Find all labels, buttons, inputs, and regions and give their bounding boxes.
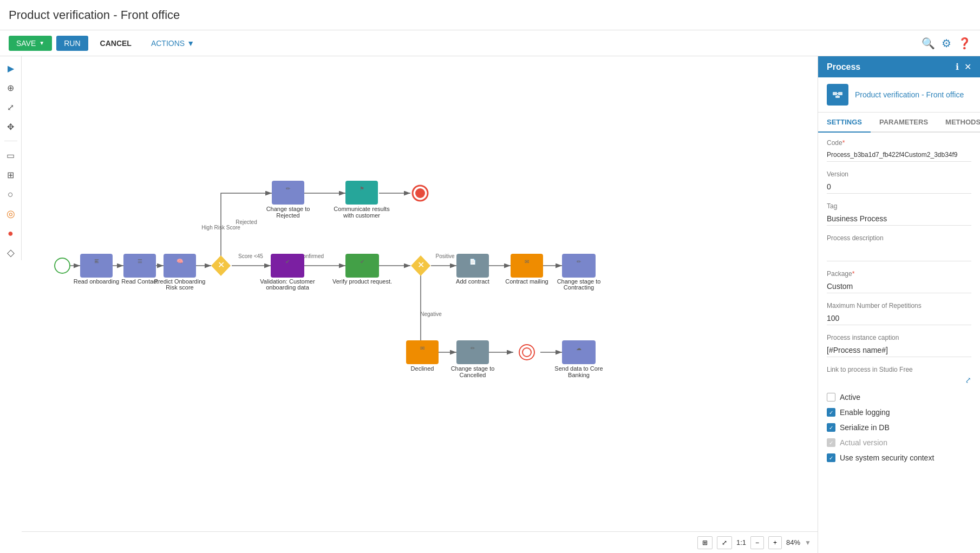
canvas-area: ▶ ⊕ ⤢ ✥ ▭ ⊞ ○ ◎ ● ◇ bbox=[0, 56, 818, 553]
svg-text:Read Contact: Read Contact bbox=[121, 278, 158, 285]
diamond-tool[interactable]: ◇ bbox=[3, 245, 18, 260]
svg-text:✏: ✏ bbox=[577, 259, 582, 265]
svg-text:📄: 📄 bbox=[469, 258, 476, 265]
select-tool[interactable]: ▶ bbox=[3, 61, 18, 76]
max-rep-label: Maximum Number of Repetitions bbox=[827, 302, 971, 310]
field-max-rep: Maximum Number of Repetitions 100 bbox=[827, 302, 971, 325]
svg-point-16 bbox=[415, 188, 425, 198]
checkbox-active: Active bbox=[827, 393, 971, 401]
svg-text:✏: ✏ bbox=[471, 345, 475, 351]
panel-header-icons: ℹ ✕ bbox=[956, 62, 971, 72]
svg-text:Read onboarding: Read onboarding bbox=[74, 278, 119, 285]
description-value[interactable] bbox=[827, 244, 971, 261]
label-positive: Positive bbox=[435, 253, 454, 259]
link-label: Link to process in Studio Free bbox=[827, 366, 971, 373]
zoom-out-button[interactable]: − bbox=[750, 536, 764, 549]
circle-orange-tool[interactable]: ◎ bbox=[3, 206, 18, 221]
circle-red-tool[interactable]: ● bbox=[3, 226, 18, 241]
svg-text:🧠: 🧠 bbox=[177, 258, 184, 265]
svg-text:Cancelled: Cancelled bbox=[460, 372, 486, 378]
circle-tool[interactable]: ○ bbox=[3, 187, 18, 202]
fit-view-button[interactable]: ⤢ bbox=[717, 536, 732, 549]
panel-settings-content: Code* Process_b3ba1d7_fb422f4Custom2_3db… bbox=[818, 133, 980, 553]
checkbox-active-input[interactable] bbox=[827, 393, 835, 401]
checkbox-actual-version-label: Actual version bbox=[840, 438, 887, 447]
node-send-core[interactable] bbox=[562, 340, 596, 364]
tab-parameters[interactable]: PARAMETERS bbox=[871, 113, 937, 133]
svg-text:✔: ✔ bbox=[360, 259, 364, 265]
tab-methods[interactable]: METHODS bbox=[937, 113, 980, 133]
tag-value: Business Process bbox=[827, 212, 971, 226]
checkbox-actual-version-input[interactable]: ✓ bbox=[827, 438, 835, 447]
svg-text:Add contract: Add contract bbox=[456, 278, 489, 285]
svg-text:⚑: ⚑ bbox=[360, 186, 364, 192]
checkbox-actual-version: ✓ Actual version bbox=[827, 438, 971, 447]
main-layout: ▶ ⊕ ⤢ ✥ ▭ ⊞ ○ ◎ ● ◇ bbox=[0, 56, 980, 553]
right-panel: Process ℹ ✕ Product verification - Front… bbox=[818, 56, 980, 553]
node-contract-mailing[interactable] bbox=[511, 254, 543, 278]
checkbox-serialize-input[interactable]: ✓ bbox=[827, 423, 835, 432]
version-label: Version bbox=[827, 170, 971, 178]
zoom-dropdown[interactable]: ▼ bbox=[805, 539, 811, 547]
help-icon[interactable]: ❓ bbox=[958, 37, 971, 50]
node-verify[interactable] bbox=[345, 254, 379, 278]
svg-text:Send data to Core: Send data to Core bbox=[554, 365, 603, 372]
svg-text:✕: ✕ bbox=[218, 260, 225, 269]
group-tool[interactable]: ⊞ bbox=[3, 167, 18, 182]
node-predict-risk[interactable] bbox=[164, 254, 196, 278]
flow-svg: High Risk Score Score <45 Confirmed Reje… bbox=[22, 56, 617, 435]
svg-text:☰: ☰ bbox=[138, 258, 142, 264]
node-read-onboarding[interactable] bbox=[80, 254, 113, 278]
search-icon[interactable]: 🔍 bbox=[922, 37, 935, 50]
run-button[interactable]: RUN bbox=[56, 36, 88, 51]
field-tag: Tag Business Process bbox=[827, 202, 971, 226]
zoom-percent: 84% bbox=[786, 538, 800, 547]
move-tool[interactable]: ⊕ bbox=[3, 80, 18, 95]
svg-text:Risk score: Risk score bbox=[166, 284, 193, 291]
code-label: Code* bbox=[827, 139, 971, 147]
checkbox-logging-input[interactable]: ✓ bbox=[827, 408, 835, 417]
bottom-bar: ⊞ ⤢ 1:1 − + 84% ▼ bbox=[22, 531, 818, 553]
node-validation[interactable] bbox=[271, 254, 304, 278]
external-link-icon[interactable]: ⤤ bbox=[965, 376, 971, 384]
cancel-button[interactable]: CANCEL bbox=[93, 36, 139, 51]
field-package: Package* Custom bbox=[827, 270, 971, 293]
flow-canvas[interactable]: High Risk Score Score <45 Confirmed Reje… bbox=[22, 56, 818, 531]
info-icon[interactable]: ℹ bbox=[956, 62, 959, 72]
svg-text:Communicate results: Communicate results bbox=[334, 206, 390, 212]
checkbox-security-input[interactable]: ✓ bbox=[827, 453, 835, 462]
checkboxes-section: Active ✓ Enable logging ✓ Serialize in D… bbox=[827, 393, 971, 462]
panel-title: Process bbox=[827, 62, 860, 72]
label-score45: Score <45 bbox=[238, 253, 263, 259]
svg-rect-42 bbox=[835, 96, 840, 98]
node-declined[interactable] bbox=[406, 340, 439, 364]
save-button[interactable]: SAVE ▼ bbox=[9, 36, 52, 51]
tab-settings[interactable]: SETTINGS bbox=[818, 113, 871, 133]
close-icon[interactable]: ✕ bbox=[964, 62, 971, 72]
svg-rect-40 bbox=[838, 92, 842, 95]
checkbox-logging-label: Enable logging bbox=[840, 408, 890, 417]
svg-text:Rejected: Rejected bbox=[276, 212, 299, 219]
tag-label: Tag bbox=[827, 202, 971, 210]
zoom-level: 1:1 bbox=[736, 538, 746, 547]
svg-text:☁: ☁ bbox=[576, 345, 582, 351]
node-change-contracting[interactable] bbox=[562, 254, 596, 278]
node-add-contract[interactable] bbox=[456, 254, 489, 278]
settings-icon[interactable]: ⚙ bbox=[942, 37, 951, 50]
resize-tool[interactable]: ⤢ bbox=[3, 100, 18, 115]
actions-button[interactable]: ACTIONS ▼ bbox=[143, 36, 202, 51]
field-link: Link to process in Studio Free ⤤ bbox=[827, 366, 971, 384]
svg-text:Change stage to: Change stage to bbox=[451, 365, 495, 372]
node-change-rejected[interactable] bbox=[272, 181, 304, 205]
node-communicate[interactable] bbox=[345, 181, 378, 205]
mid-event[interactable] bbox=[519, 345, 534, 360]
version-value: 0 bbox=[827, 180, 971, 194]
node-change-cancelled[interactable] bbox=[456, 340, 489, 364]
svg-text:✔: ✔ bbox=[285, 259, 290, 265]
node-read-contact[interactable] bbox=[123, 254, 156, 278]
grid-view-button[interactable]: ⊞ bbox=[697, 536, 713, 549]
zoom-in-button[interactable]: + bbox=[768, 536, 782, 549]
start-event[interactable] bbox=[55, 258, 70, 273]
hand-tool[interactable]: ✥ bbox=[3, 119, 18, 134]
rect-tool[interactable]: ▭ bbox=[3, 148, 18, 163]
